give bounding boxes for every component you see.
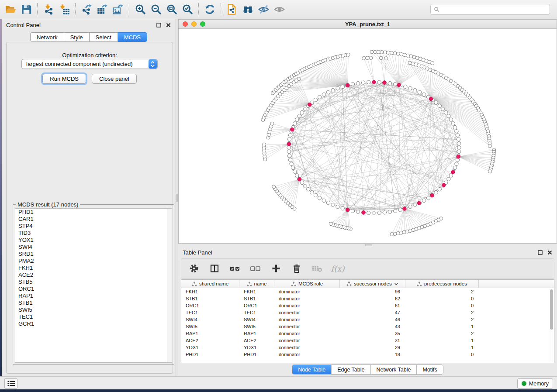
control-tab-style[interactable]: Style <box>64 32 90 42</box>
mcds-result-item[interactable]: STP4 <box>15 223 172 230</box>
export-table-button[interactable] <box>94 2 110 17</box>
table-row[interactable]: ORC1ORC1dominator610 <box>181 302 554 309</box>
tab-node-table[interactable]: Node Table <box>292 365 331 374</box>
open-file-button[interactable] <box>3 2 18 17</box>
cell: YOX1 <box>181 344 239 351</box>
zoom-fit-button[interactable] <box>164 2 180 17</box>
mcds-result-title: MCDS result (17 nodes) <box>16 201 80 208</box>
first-neighbors-button[interactable] <box>240 2 256 17</box>
control-tab-network[interactable]: Network <box>30 32 64 42</box>
column-header-shared-name[interactable]: shared name <box>181 280 239 288</box>
mcds-result-item[interactable]: SWI5 <box>15 306 172 313</box>
cell: 0 <box>405 351 479 358</box>
hide-selected-button[interactable] <box>256 2 271 17</box>
mcds-result-item[interactable]: PMA2 <box>15 258 172 265</box>
mcds-result-item[interactable]: STB5 <box>15 279 172 285</box>
node-table: shared namenameMCDS rolesuccessor nodesp… <box>181 279 554 363</box>
mcds-result-item[interactable]: CAR1 <box>15 216 172 223</box>
mcds-result-item[interactable]: TID3 <box>15 230 172 237</box>
column-header-successor-nodes[interactable]: successor nodes <box>340 280 405 288</box>
horizontal-splitter[interactable] <box>178 244 557 247</box>
unchecked-boxes-icon <box>250 263 261 274</box>
delete-table-icon <box>311 263 323 274</box>
table-options-button[interactable] <box>187 262 201 275</box>
float-panel-icon[interactable] <box>537 250 543 255</box>
column-header-label: MCDS role <box>298 281 323 286</box>
column-header-predecessor-nodes[interactable]: predecessor nodes <box>405 280 479 288</box>
close-panel-icon[interactable] <box>547 250 553 255</box>
search-field[interactable] <box>430 4 550 15</box>
column-view-button[interactable] <box>208 262 221 275</box>
mcds-result-item[interactable]: STB1 <box>15 299 172 306</box>
import-network-icon <box>43 3 55 15</box>
tab-network-table[interactable]: Network Table <box>370 365 417 374</box>
table-row[interactable]: SWI5SWI5connector431 <box>181 323 554 330</box>
zoom-out-button[interactable] <box>148 2 164 17</box>
import-table-button[interactable] <box>56 2 72 17</box>
tab-edge-table[interactable]: Edge Table <box>331 365 370 374</box>
column-header-label: predecessor nodes <box>424 281 467 286</box>
table-scrollbar[interactable] <box>549 289 554 363</box>
cell: dominator <box>274 351 340 358</box>
mcds-result-item[interactable]: PHD1 <box>15 209 172 216</box>
mcds-result-list[interactable]: PHD1CAR1STP4TID3YOX1SWI4SRD1PMA2FKH1ACE2… <box>15 208 172 363</box>
new-network-from-selection-button[interactable] <box>224 2 240 17</box>
horizontal-splitter-handle[interactable] <box>365 244 372 246</box>
select-all-button[interactable] <box>228 262 242 275</box>
search-input[interactable] <box>442 5 550 14</box>
zoom-in-button[interactable] <box>132 2 148 17</box>
export-network-button[interactable] <box>79 2 94 17</box>
refresh-view-button[interactable] <box>202 2 218 17</box>
table-row[interactable]: STB1STB1dominator620 <box>181 295 554 302</box>
function-builder-button[interactable]: f(x) <box>331 262 344 275</box>
criterion-select[interactable]: largest connected component (undirected) <box>21 59 158 69</box>
vertical-splitter-handle[interactable] <box>176 194 178 202</box>
mcds-result-item[interactable]: YOX1 <box>15 237 172 244</box>
task-history-button[interactable] <box>4 378 17 389</box>
mcds-result-item[interactable]: SWI4 <box>15 244 172 251</box>
add-column-button[interactable] <box>270 262 283 275</box>
cell: SWI5 <box>181 323 239 330</box>
show-all-button[interactable] <box>271 2 287 17</box>
memory-status-icon <box>522 381 526 386</box>
column-header-MCDS-role[interactable]: MCDS role <box>274 280 340 288</box>
float-panel-icon[interactable] <box>156 22 162 28</box>
table-row[interactable]: FKH1FKH1dominator962 <box>181 288 554 295</box>
close-panel-button[interactable]: Close panel <box>92 74 137 84</box>
mcds-result-item[interactable]: ACE2 <box>15 272 172 279</box>
network-window-titlebar[interactable]: YPA_prune.txt_1 <box>179 20 557 29</box>
delete-column-button[interactable] <box>290 262 303 275</box>
column-header-name[interactable]: name <box>239 280 274 288</box>
memory-button[interactable]: Memory <box>517 378 553 389</box>
save-session-button[interactable] <box>18 2 34 17</box>
mcds-result-item[interactable]: ORC1 <box>15 285 172 292</box>
delete-table-button[interactable] <box>311 262 324 275</box>
network-graph[interactable] <box>179 29 557 243</box>
export-image-button[interactable] <box>110 2 126 17</box>
mcds-result-item[interactable]: FKH1 <box>15 265 172 272</box>
import-network-button[interactable] <box>41 2 56 17</box>
run-mcds-button[interactable]: Run MCDS <box>42 74 86 84</box>
mcds-result-item[interactable]: RAP1 <box>15 292 172 299</box>
column-header-label: shared name <box>199 281 228 286</box>
table-row[interactable]: YOX1YOX1connector291 <box>181 344 554 351</box>
cell: 35 <box>340 330 405 337</box>
tab-motifs[interactable]: Motifs <box>416 365 443 374</box>
table-row[interactable]: PHD1PHD1dominator180 <box>181 351 554 358</box>
table-row[interactable]: TEC1TEC1connector472 <box>181 309 554 316</box>
control-panel-title: Control Panel <box>6 22 41 28</box>
table-scrollbar-thumb[interactable] <box>550 289 553 330</box>
mcds-result-item[interactable]: SRD1 <box>15 251 172 258</box>
mcds-result-item[interactable]: GCR1 <box>15 320 172 327</box>
control-tab-select[interactable]: Select <box>90 32 118 42</box>
mcds-list-scrollbar[interactable] <box>167 209 172 362</box>
table-row[interactable]: ACE2ACE2connector311 <box>181 337 554 344</box>
control-panel-titlebar: Control Panel <box>2 19 176 31</box>
close-panel-icon[interactable] <box>166 22 171 28</box>
table-row[interactable]: SWI4SWI4dominator462 <box>181 316 554 323</box>
deselect-all-button[interactable] <box>249 262 262 275</box>
mcds-result-item[interactable]: TEC1 <box>15 313 172 320</box>
control-tab-mcds[interactable]: MCDS <box>118 32 147 42</box>
table-row[interactable]: RAP1RAP1dominator352 <box>181 330 554 337</box>
zoom-selected-button[interactable] <box>180 2 195 17</box>
